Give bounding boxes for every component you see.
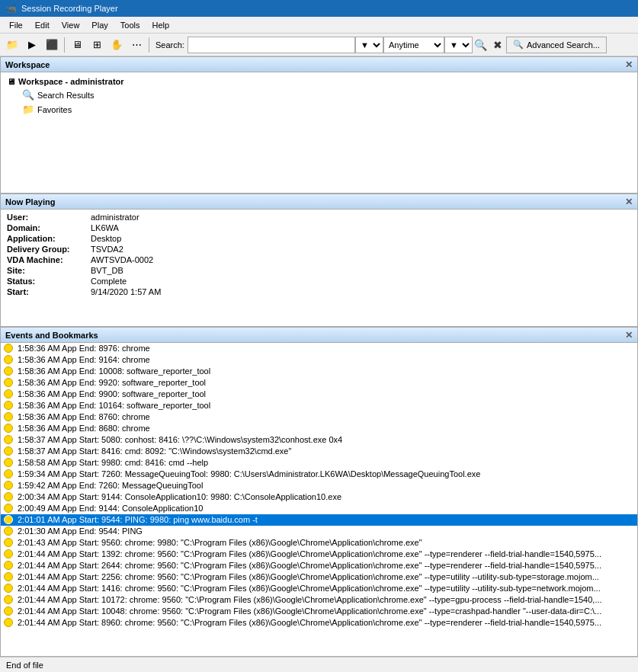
event-row[interactable]: 2:01:44 AM App Start: 10172: chrome: 956… — [1, 594, 637, 606]
events-body[interactable]: 1:58:36 AM App End: 8976: chrome1:58:36 … — [1, 343, 637, 656]
event-dot — [4, 515, 13, 524]
menu-item-play[interactable]: Play — [85, 19, 114, 31]
event-text: 2:01:44 AM App Start: 2644: chrome: 9560… — [18, 561, 634, 570]
event-text: 2:00:34 AM App Start: 9144: ConsoleAppli… — [18, 492, 634, 501]
favorites-icon: 📁 — [22, 104, 34, 115]
dropdown-arrow[interactable]: ▼ — [355, 37, 383, 53]
workspace-panel-header: Workspace ✕ — [1, 57, 637, 72]
menu-item-tools[interactable]: Tools — [114, 19, 146, 31]
toolbar-more-btn[interactable]: ⋯ — [127, 36, 146, 54]
event-dot — [4, 584, 13, 593]
event-text: 1:58:36 AM App End: 8976: chrome — [18, 344, 634, 353]
info-label: Status: — [7, 277, 91, 286]
event-row[interactable]: 1:59:42 AM App End: 7260: MessageQueuing… — [1, 480, 637, 491]
event-row[interactable]: 2:01:44 AM App Start: 8960: chrome: 9560… — [1, 617, 637, 629]
info-value: TSVDA2 — [91, 245, 631, 254]
event-row[interactable]: 1:58:37 AM App Start: 8416: cmd: 8092: "… — [1, 446, 637, 457]
toolbar-stop-btn[interactable]: ⬛ — [43, 36, 61, 54]
workspace-panel-close[interactable]: ✕ — [625, 59, 633, 70]
info-row: Start:9/14/2020 1:57 AM — [7, 287, 631, 296]
event-row[interactable]: 2:01:44 AM App Start: 2644: chrome: 9560… — [1, 560, 637, 571]
info-label: Delivery Group: — [7, 245, 91, 254]
event-dot — [4, 435, 13, 444]
event-row[interactable]: 2:01:43 AM App Start: 9560: chrome: 9980… — [1, 537, 637, 549]
event-dot — [4, 401, 13, 410]
menu-item-view[interactable]: View — [56, 19, 86, 31]
event-row[interactable]: 2:01:30 AM App End: 9544: PING — [1, 526, 637, 537]
event-dot — [4, 549, 13, 558]
search-input[interactable] — [188, 37, 355, 53]
time-dropdown-arrow[interactable]: ▼ — [444, 37, 473, 53]
events-panel-close[interactable]: ✕ — [625, 330, 633, 341]
event-row[interactable]: 1:58:36 AM App End: 8976: chrome — [1, 343, 637, 354]
event-dot — [4, 572, 13, 581]
event-row[interactable]: 1:58:36 AM App End: 9164: chrome — [1, 354, 637, 366]
event-dot — [4, 344, 13, 353]
event-row[interactable]: 1:58:36 AM App End: 8680: chrome — [1, 423, 637, 434]
main-content: Workspace ✕ 🖥 Workspace - administrator … — [0, 56, 638, 672]
info-value: AWTSVDA-0002 — [91, 255, 631, 264]
event-dot — [4, 606, 13, 616]
event-text: 2:01:44 AM App Start: 10048: chrome: 956… — [18, 606, 634, 616]
event-text: 1:58:58 AM App Start: 9980: cmd: 8416: c… — [18, 458, 634, 467]
workspace-body: 🖥 Workspace - administrator 🔍 Search Res… — [1, 72, 637, 120]
search-results-label: Search Results — [37, 91, 95, 100]
advanced-search-button[interactable]: 🔍 Advanced Search... — [506, 37, 607, 53]
event-row[interactable]: 1:58:58 AM App Start: 9980: cmd: 8416: c… — [1, 457, 637, 469]
event-row[interactable]: 2:01:44 AM App Start: 1416: chrome: 9560… — [1, 583, 637, 594]
search-label: Search: — [155, 40, 184, 50]
info-label: VDA Machine: — [7, 255, 91, 264]
search-clear-btn[interactable]: ✖ — [489, 37, 506, 53]
info-row: Domain:LK6WA — [7, 223, 631, 232]
event-row[interactable]: 2:01:44 AM App Start: 2256: chrome: 9560… — [1, 571, 637, 583]
event-row[interactable]: 1:59:34 AM App Start: 7260: MessageQueui… — [1, 469, 637, 480]
now-playing-close[interactable]: ✕ — [625, 197, 633, 207]
menu-item-help[interactable]: Help — [146, 19, 175, 31]
info-row: VDA Machine:AWTSVDA-0002 — [7, 255, 631, 264]
toolbar-open-btn[interactable]: 📁 — [3, 36, 21, 54]
event-dot — [4, 366, 13, 376]
status-bar: End of file — [0, 657, 638, 672]
event-row[interactable]: 1:58:36 AM App End: 8760: chrome — [1, 411, 637, 423]
event-row[interactable]: 1:58:36 AM App End: 9920: software_repor… — [1, 377, 637, 389]
event-row[interactable]: 1:58:36 AM App End: 10008: software_repo… — [1, 366, 637, 377]
toolbar-play-btn[interactable]: ▶ — [23, 36, 41, 54]
event-text: 1:58:36 AM App End: 10008: software_repo… — [18, 366, 634, 376]
menu-item-edit[interactable]: Edit — [29, 19, 56, 31]
menu-item-file[interactable]: File — [3, 19, 29, 31]
workspace-search-results[interactable]: 🔍 Search Results — [7, 88, 631, 102]
event-dot — [4, 469, 13, 478]
info-value: 9/14/2020 1:57 AM — [91, 287, 631, 296]
time-dropdown[interactable]: Anytime — [383, 37, 444, 53]
toolbar-grid-btn[interactable]: ⊞ — [88, 36, 106, 54]
info-row: User:administrator — [7, 213, 631, 222]
event-dot — [4, 458, 13, 467]
event-row[interactable]: 2:01:44 AM App Start: 10048: chrome: 956… — [1, 606, 637, 617]
computer-icon: 🖥 — [7, 77, 15, 86]
search-go-btn[interactable]: 🔍 — [473, 37, 489, 53]
events-panel: Events and Bookmarks ✕ 1:58:36 AM App En… — [0, 327, 638, 657]
title-bar-text: Session Recording Player — [21, 4, 118, 13]
event-row[interactable]: 1:58:37 AM App Start: 5080: conhost: 841… — [1, 434, 637, 446]
event-row[interactable]: 2:00:49 AM App End: 9144: ConsoleApplica… — [1, 503, 637, 514]
info-value: LK6WA — [91, 223, 631, 232]
event-text: 2:01:44 AM App Start: 1392: chrome: 9560… — [18, 549, 634, 558]
info-value: administrator — [91, 213, 631, 222]
info-row: Site:BVT_DB — [7, 266, 631, 275]
toolbar-pan-btn[interactable]: ✋ — [107, 36, 126, 54]
event-dot — [4, 504, 13, 513]
event-row[interactable]: 2:00:34 AM App Start: 9144: ConsoleAppli… — [1, 491, 637, 503]
event-row[interactable]: 1:58:36 AM App End: 10164: software_repo… — [1, 400, 637, 411]
event-dot — [4, 424, 13, 433]
event-dot — [4, 561, 13, 570]
workspace-favorites[interactable]: 📁 Favorites — [7, 102, 631, 117]
now-playing-body: User:administratorDomain:LK6WAApplicatio… — [1, 210, 637, 326]
event-row[interactable]: 2:01:44 AM App Start: 1392: chrome: 9560… — [1, 549, 637, 560]
event-dot — [4, 412, 13, 421]
event-row[interactable]: 1:58:36 AM App End: 9900: software_repor… — [1, 389, 637, 400]
event-text: 2:00:49 AM App End: 9144: ConsoleApplica… — [18, 504, 634, 513]
toolbar-view-btn[interactable]: 🖥 — [68, 36, 86, 54]
toolbar-sep-1 — [64, 37, 65, 53]
event-row[interactable]: 2:01:01 AM App Start: 9544: PING: 9980: … — [1, 514, 637, 526]
event-dot — [4, 389, 13, 398]
